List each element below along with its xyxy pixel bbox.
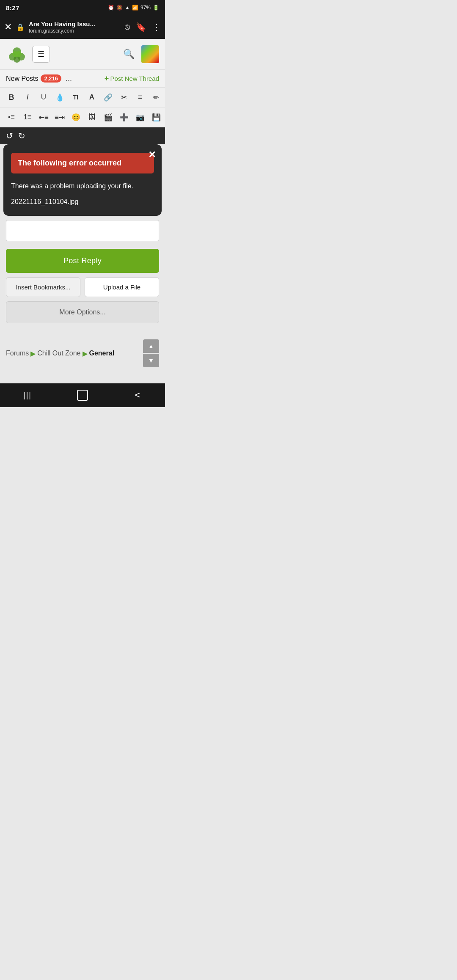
unlink-button[interactable]: ✂ <box>117 90 131 105</box>
scroll-up-button[interactable]: ▲ <box>143 339 159 353</box>
battery-icon: 🔋 <box>153 5 159 11</box>
error-message: There was a problem uploading your file. <box>11 181 154 191</box>
plus-icon: + <box>105 74 109 83</box>
post-new-thread-label: Post New Thread <box>110 75 159 82</box>
breadcrumb-general: General <box>89 350 115 357</box>
action-row: Insert Bookmarks... Upload a File <box>6 277 159 297</box>
home-button[interactable] <box>70 387 95 404</box>
italic-button[interactable]: I <box>20 90 35 105</box>
avatar-image <box>141 45 159 63</box>
share-icon[interactable]: ⎋ <box>125 22 130 32</box>
hamburger-icon: ☰ <box>38 50 44 59</box>
editor-undo-row: ↺ ↻ <box>0 127 165 144</box>
new-posts-badge: 2,216 <box>41 74 61 83</box>
menu-button[interactable]: ☰ <box>32 46 50 63</box>
bullet-list-button[interactable]: •≡ <box>4 110 19 124</box>
breadcrumb-arrow-1: ▶ <box>30 350 36 358</box>
scroll-down-button[interactable]: ▼ <box>143 354 159 367</box>
browser-title-area: Are You Having Issu... forum.grasscity.c… <box>29 20 121 34</box>
status-bar: 8:27 ⏰ 🔕 ▲ 📶 97% 🔋 <box>0 0 165 15</box>
error-title: The following error occurred <box>11 153 154 173</box>
camera-button[interactable]: 📷 <box>133 110 147 124</box>
color-button[interactable]: 💧 <box>52 90 67 105</box>
user-avatar[interactable] <box>141 45 159 63</box>
redo-button[interactable]: ↻ <box>18 131 25 141</box>
insert-bookmarks-button[interactable]: Insert Bookmarks... <box>6 277 80 297</box>
dots-menu[interactable]: ... <box>66 74 72 83</box>
pen-button[interactable]: ✏ <box>149 90 163 105</box>
content-area: Post Reply Insert Bookmarks... Upload a … <box>0 216 165 328</box>
save-button[interactable]: 💾 <box>149 110 163 124</box>
scroll-arrows: ▲ ▼ <box>143 339 159 367</box>
browser-close-button[interactable]: ✕ <box>4 22 12 33</box>
search-button[interactable]: 🔍 <box>121 46 137 62</box>
add-button[interactable]: ➕ <box>117 110 131 124</box>
image-button[interactable]: 🖼 <box>85 110 99 124</box>
error-modal-overlay: ✕ The following error occurred There was… <box>0 144 165 216</box>
recent-apps-icon: ||| <box>23 391 32 400</box>
posts-toolbar: New Posts 2,216 ... + Post New Thread <box>0 70 165 88</box>
upload-file-button[interactable]: Upload a File <box>85 277 159 297</box>
home-icon <box>77 390 88 401</box>
mute-icon: 🔕 <box>116 5 123 11</box>
emoji-button[interactable]: 😊 <box>69 110 83 124</box>
editor-toolbar-1: B I U 💧 TI A 🔗 ✂ ≡ ✏ 🔧 <box>0 88 165 107</box>
breadcrumb-arrow-2: ▶ <box>83 350 88 358</box>
editor-toolbar-2: •≡ 1≡ ⇤≡ ≡⇥ 😊 🖼 🎬 ➕ 📷 💾 <box>0 107 165 127</box>
browser-bar: ✕ 🔒 Are You Having Issu... forum.grassci… <box>0 15 165 39</box>
reply-textarea[interactable] <box>6 220 159 241</box>
svg-point-5 <box>16 51 22 57</box>
outdent-button[interactable]: ⇤≡ <box>36 110 51 124</box>
wifi-icon: ▲ <box>125 5 130 11</box>
post-reply-button[interactable]: Post Reply <box>6 249 159 273</box>
font-color-button[interactable]: A <box>85 90 99 105</box>
video-button[interactable]: 🎬 <box>101 110 115 124</box>
breadcrumb-section: Forums ▶ Chill Out Zone ▶ General ▲ ▼ <box>0 332 165 375</box>
bottom-nav: ||| < <box>0 383 165 407</box>
undo-button[interactable]: ↺ <box>6 131 13 141</box>
underline-button[interactable]: U <box>36 90 51 105</box>
bold-button[interactable]: B <box>4 90 19 105</box>
numbered-list-button[interactable]: 1≡ <box>20 110 35 124</box>
app-logo <box>6 43 28 65</box>
browser-url: forum.grasscity.com <box>29 28 121 34</box>
app-header: ☰ 🔍 <box>0 39 165 70</box>
status-icons: ⏰ 🔕 ▲ 📶 97% 🔋 <box>108 5 159 11</box>
text-size-button[interactable]: TI <box>69 90 83 105</box>
more-options-button[interactable]: More Options... <box>6 301 159 323</box>
back-icon: < <box>135 390 140 401</box>
align-button[interactable]: ≡ <box>133 90 147 105</box>
more-options-icon[interactable]: ⋮ <box>152 22 161 32</box>
bookmark-icon[interactable]: 🔖 <box>136 22 146 32</box>
lock-icon: 🔒 <box>16 23 25 31</box>
battery-percent: 97% <box>140 5 151 11</box>
new-posts-label: New Posts <box>6 75 38 83</box>
indent-button[interactable]: ≡⇥ <box>52 110 67 124</box>
breadcrumb-forums[interactable]: Forums <box>6 350 29 357</box>
browser-actions: ⎋ 🔖 ⋮ <box>125 22 161 32</box>
error-modal: ✕ The following error occurred There was… <box>3 144 162 216</box>
post-new-thread-button[interactable]: + Post New Thread <box>105 74 159 83</box>
error-filename: 20221116_110104.jpg <box>11 198 154 206</box>
alarm-icon: ⏰ <box>108 5 114 11</box>
recent-apps-button[interactable]: ||| <box>15 387 40 404</box>
link-button[interactable]: 🔗 <box>101 90 115 105</box>
breadcrumb-chill-out-zone[interactable]: Chill Out Zone <box>37 350 80 357</box>
signal-icon: 📶 <box>132 5 138 11</box>
logo-svg <box>6 43 28 65</box>
browser-title: Are You Having Issu... <box>29 20 121 28</box>
back-button[interactable]: < <box>125 387 150 404</box>
modal-close-button[interactable]: ✕ <box>148 149 156 160</box>
status-time: 8:27 <box>6 4 19 11</box>
